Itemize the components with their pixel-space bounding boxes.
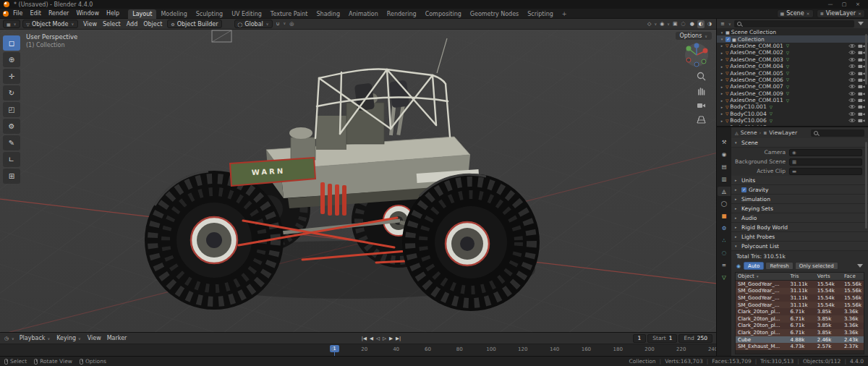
jump-to-start-button[interactable]: |◀ (362, 336, 367, 341)
properties-scrollbar[interactable] (865, 142, 867, 229)
disable-in-render-icon[interactable] (858, 77, 865, 82)
viewport-canvas[interactable]: WARN (0, 30, 716, 332)
navigation-gizmo[interactable] (684, 43, 709, 67)
hide-in-viewport-icon[interactable] (848, 50, 856, 55)
workspace-tab-texture-paint[interactable]: Texture Paint (266, 9, 312, 19)
hide-in-viewport-icon[interactable] (848, 57, 856, 62)
current-frame-field[interactable]: 1 (633, 334, 647, 343)
options-dropdown[interactable]: Options∨ (676, 32, 712, 40)
polycount-row[interactable]: SM_GoodYear_...31.11k15.54k15.56k (736, 302, 864, 309)
hide-in-viewport-icon[interactable] (848, 71, 856, 76)
outliner-row[interactable]: ▸▽AxlesOne_COM.007▽ (717, 83, 868, 90)
properties-tab-constraints[interactable]: ≡ (718, 260, 731, 270)
menu-window[interactable]: Window (72, 9, 103, 18)
outliner-search-input[interactable] (744, 20, 851, 27)
section-rigid-body-world[interactable]: ▸Rigid Body World (731, 223, 868, 232)
polycount-row[interactable]: SM_GoodYear_...31.11k15.54k15.56k (736, 288, 864, 295)
outliner-row[interactable]: ▸▽AxlesOne_COM.003▽ (717, 56, 868, 63)
workspace-tab-scripting[interactable]: Scripting (523, 9, 558, 19)
properties-tab-world[interactable]: ◯ (718, 199, 731, 208)
timeline-menu-keying[interactable]: Keying∨ (54, 335, 85, 341)
close-button[interactable]: × (851, 0, 864, 9)
cursor-tool[interactable]: ⊕ (3, 52, 20, 67)
hide-in-viewport-icon[interactable] (848, 84, 856, 89)
workspace-tab-modeling[interactable]: Modeling (156, 9, 191, 19)
outliner-scrollbar[interactable] (865, 34, 867, 85)
outliner-search[interactable] (734, 20, 854, 27)
add-workspace-button[interactable]: + (558, 9, 571, 19)
show-overlays-icon[interactable]: ◉ (659, 21, 665, 27)
polycount-filter-icon[interactable] (857, 264, 863, 268)
timeline-menu-view[interactable]: View (85, 335, 104, 341)
disable-in-render-icon[interactable] (858, 104, 865, 109)
truck-rear-right-tire[interactable] (402, 174, 540, 311)
active-clip-field[interactable]: ▬ (789, 168, 862, 175)
properties-tab-view-layer[interactable]: ▥ (718, 174, 731, 184)
disable-in-render-icon[interactable] (858, 118, 865, 123)
viewport-menu-view[interactable]: View (80, 21, 100, 27)
jump-to-end-button[interactable]: ▶| (396, 336, 401, 341)
polycount-row[interactable]: Clark_20ton_pl...6.71k3.85k3.36k (736, 315, 864, 323)
only-selected-button[interactable]: Only selected (795, 262, 838, 270)
move-view-hand-icon[interactable] (697, 86, 706, 95)
hide-in-viewport-icon[interactable] (848, 118, 856, 123)
empty-image-object[interactable] (211, 30, 233, 43)
scale-tool[interactable]: ◰ (3, 102, 20, 117)
zoom-icon[interactable] (697, 72, 706, 81)
hide-in-viewport-icon[interactable] (848, 43, 856, 48)
auto-button[interactable]: Auto (744, 262, 764, 270)
outliner-row[interactable]: ▸▽BodyC10.007▽ (717, 124, 868, 126)
polycount-row[interactable]: Clark_20ton_pl...6.71k3.85k3.36k (736, 308, 864, 315)
scene-selector[interactable]: ▦ Scene × (777, 9, 814, 18)
camera-view-icon[interactable] (697, 101, 706, 110)
disable-in-render-icon[interactable] (858, 111, 865, 116)
play-button[interactable]: ▷ (383, 336, 386, 341)
polycount-table-header[interactable]: Object ▾ Tris Verts Face (736, 273, 864, 281)
annotate-tool[interactable]: ✎ (3, 135, 20, 150)
section-units[interactable]: ▸Units (731, 176, 868, 185)
frame-start-field[interactable]: Start 1 (647, 334, 677, 343)
disable-in-render-icon[interactable] (858, 91, 865, 96)
hide-in-viewport-icon[interactable] (848, 77, 856, 82)
disable-in-render-icon[interactable] (858, 50, 865, 55)
hide-in-viewport-icon[interactable] (848, 91, 856, 96)
disable-in-render-icon[interactable] (858, 125, 865, 126)
scene-unlink-icon[interactable]: × (807, 11, 810, 16)
polycount-pin-icon[interactable]: ◉ (735, 263, 742, 269)
viewlayer-unlink-icon[interactable]: × (858, 11, 861, 16)
outliner-row[interactable]: ▸▽AxlesOne_COM.011▽ (717, 97, 868, 103)
section-keying-sets[interactable]: ▸Keying Sets (731, 204, 868, 213)
outliner-row[interactable]: ▸▽BodyC10.006▽ (717, 117, 868, 124)
workspace-tab-rendering[interactable]: Rendering (383, 9, 421, 19)
shading-rendered-icon[interactable]: ◑ (706, 20, 713, 28)
blender-menu-icon[interactable] (3, 11, 9, 17)
rotate-tool[interactable]: ↻ (3, 85, 20, 101)
section-simulation[interactable]: ▸Simulation (731, 195, 868, 204)
hide-in-viewport-icon[interactable] (848, 64, 856, 69)
filter-icon[interactable] (858, 22, 864, 25)
gizmo-z-axis[interactable] (694, 43, 699, 48)
timeline-ruler[interactable]: 1 020406080100120140160180200220240 (0, 344, 716, 356)
workspace-tab-shading[interactable]: Shading (312, 9, 344, 19)
transform-tool[interactable]: ⚙ (3, 119, 20, 134)
mode-selector[interactable]: ▽ Object Mode∨ (22, 20, 78, 28)
polycount-row[interactable]: Cube4.88k2.46k2.43k (736, 336, 864, 344)
perspective-toggle-icon[interactable] (697, 115, 706, 124)
disable-in-render-icon[interactable] (858, 71, 865, 76)
menu-help[interactable]: Help (103, 9, 123, 18)
background-scene-field[interactable]: ▦ (789, 158, 862, 166)
section-gravity[interactable]: ▸Gravity (731, 185, 868, 195)
polycount-row[interactable]: Clark_20ton_pl...6.71k3.85k3.36k (736, 323, 864, 330)
3d-viewport[interactable]: WARN (0, 30, 716, 332)
menu-edit[interactable]: Edit (26, 9, 45, 18)
section-audio[interactable]: ▸Audio (731, 213, 868, 223)
viewlayer-selector[interactable]: ≣ ViewLayer × (817, 9, 865, 18)
gizmo-x-neg[interactable] (686, 58, 691, 62)
properties-tab-particles[interactable]: ∴ (718, 236, 731, 245)
minimize-button[interactable]: — (824, 0, 837, 9)
object-builder-button[interactable]: ⚙ Object Builder (167, 20, 221, 28)
add-cube-tool[interactable]: ⊞ (3, 169, 20, 184)
shading-solid-icon[interactable]: ● (689, 20, 696, 28)
show-gizmos-icon[interactable]: ◇ (647, 21, 652, 27)
outliner-row[interactable]: ▸▽AxlesOne_COM.006▽ (717, 77, 868, 83)
